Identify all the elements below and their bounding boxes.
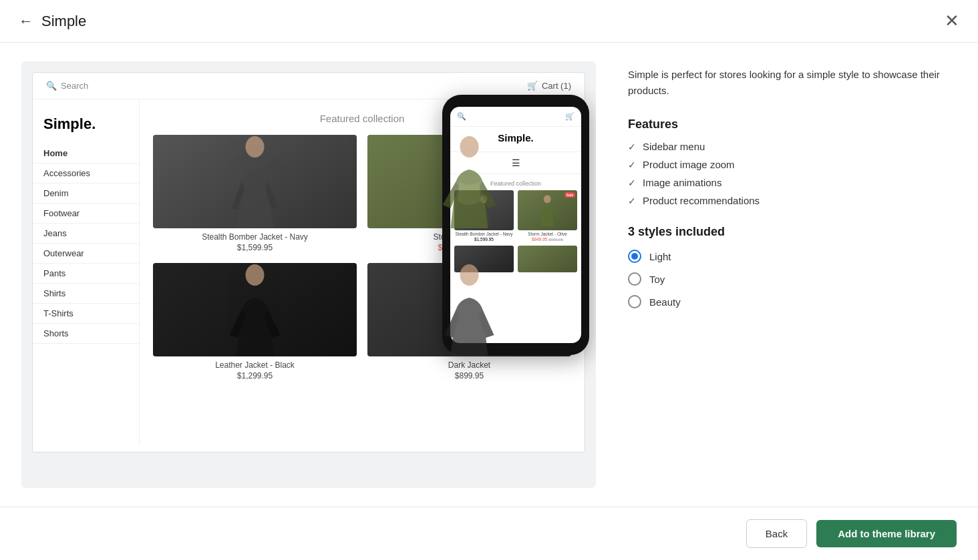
feature-label-4: Product recommendations [643,195,760,206]
product-name-3: Leather Jacket - Black [153,360,357,370]
nav-item-footwear[interactable]: Footwear [33,204,139,224]
header: ← Simple ✕ [0,0,978,43]
store-body: Simple. Home Accessories Denim Footwear … [33,99,585,445]
nav-item-pants[interactable]: Pants [33,264,139,284]
preview-pane: 🔍 Search 🛒 Cart (1) Simple. Home Accesso… [21,61,596,488]
style-option-light[interactable]: Light [628,250,957,263]
mobile-search-icon: 🔍 [457,112,466,121]
product-image-4 [367,263,571,356]
nav-item-outerwear[interactable]: Outerwear [33,244,139,264]
feature-label-1: Sidebar menu [643,141,705,152]
product-card-3[interactable]: Leather Jacket - Black $1,299.95 [153,263,357,380]
radio-toy[interactable] [628,272,641,286]
product-price-3: $1,299.95 [153,371,357,380]
feature-item-3: ✓ Image animations [628,177,957,188]
back-footer-button[interactable]: Back [746,519,807,548]
store-products: Featured collection [140,99,585,445]
back-button[interactable]: ← [19,13,33,30]
styles-count-label: 3 styles included [628,225,957,239]
cart-label: Cart (1) [542,81,571,91]
header-left: ← Simple [19,13,86,30]
nav-item-shirts[interactable]: Shirts [33,284,139,304]
product-name-4: Dark Jacket [367,360,571,370]
product-image-2: Sale [367,135,571,228]
mobile-header: 🔍 🛒 [450,107,581,127]
svg-point-0 [246,136,265,158]
style-label-light: Light [649,251,671,262]
feature-label-3: Image animations [643,177,721,188]
style-option-beauty[interactable]: Beauty [628,295,957,308]
close-icon: ✕ [945,11,959,31]
radio-inner-light [631,253,638,260]
feature-item-2: ✓ Product image zoom [628,159,957,170]
styles-section: 3 styles included Light Toy Beauty [628,225,957,308]
style-option-toy[interactable]: Toy [628,272,957,286]
close-button[interactable]: ✕ [945,11,959,31]
nav-item-shorts[interactable]: Shorts [33,324,139,344]
mobile-product-name-1: Stealth Bomber Jacket - Navy [454,232,514,237]
store-logo: Simple. [33,110,139,144]
feature-item-1: ✓ Sidebar menu [628,141,957,152]
check-icon-4: ✓ [628,196,636,206]
feature-label-2: Product image zoom [643,159,735,170]
product-card-1[interactable]: Stealth Bomber Jacket - Navy $1,599.95 [153,135,357,252]
radio-light[interactable] [628,250,641,263]
check-icon-3: ✓ [628,178,636,188]
check-icon-2: ✓ [628,160,636,170]
mobile-product-name-2: Storm Jacket - Olive [518,232,577,237]
product-card-4[interactable]: Dark Jacket $899.95 [367,263,571,380]
main-content: 🔍 Search 🛒 Cart (1) Simple. Home Accesso… [0,43,978,507]
features-title: Features [628,117,957,131]
info-pane: Simple is perfect for stores looking for… [628,61,957,488]
store-search: 🔍 Search [46,81,88,91]
footer: Back Add to theme library [0,507,978,560]
info-description: Simple is perfect for stores looking for… [628,67,957,99]
store-cart: 🛒 Cart (1) [527,81,571,91]
mobile-cart-icon: 🛒 [565,112,575,121]
svg-point-3 [460,264,479,286]
product-name-1: Stealth Bomber Jacket - Navy [153,232,357,242]
mobile-product-price-1: $1,599.95 [454,237,514,242]
feature-item-4: ✓ Product recommendations [628,195,957,206]
product-image-1 [153,135,357,228]
back-arrow-icon: ← [19,13,33,30]
product-image-3 [153,263,357,356]
nav-item-accessories[interactable]: Accessories [33,164,139,184]
mobile-product-price-2: $949.95 $999.95 [518,237,577,242]
add-to-library-button[interactable]: Add to theme library [816,520,957,547]
cart-icon: 🛒 [527,81,538,91]
check-icon-1: ✓ [628,142,636,152]
nav-item-denim[interactable]: Denim [33,184,139,204]
search-icon: 🔍 [46,81,57,91]
radio-beauty[interactable] [628,295,641,308]
search-label: Search [61,81,88,91]
page-title: Simple [41,13,86,30]
svg-point-2 [246,264,265,286]
nav-item-jeans[interactable]: Jeans [33,224,139,244]
product-price-4: $899.95 [367,371,571,380]
features-list: ✓ Sidebar menu ✓ Product image zoom ✓ Im… [628,141,957,206]
nav-item-home[interactable]: Home [33,144,139,164]
style-label-toy: Toy [649,274,665,285]
svg-point-1 [460,136,479,158]
store-sidebar: Simple. Home Accessories Denim Footwear … [33,99,140,445]
product-price-1: $1,599.95 [153,243,357,252]
style-label-beauty: Beauty [649,296,681,308]
nav-item-tshirts[interactable]: T-Shirts [33,304,139,324]
